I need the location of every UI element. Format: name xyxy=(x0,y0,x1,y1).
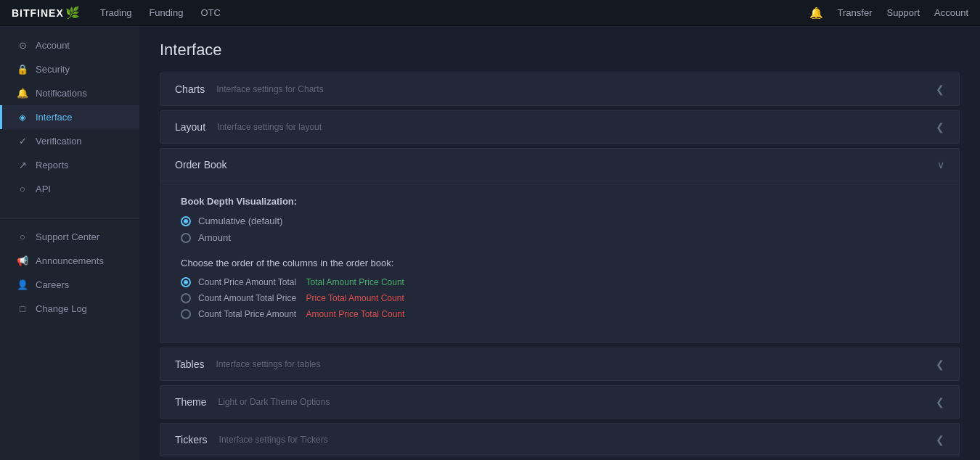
accordion-charts-title: Charts xyxy=(175,83,205,95)
nav-otc[interactable]: OTC xyxy=(200,6,220,20)
accordion-theme-left: Theme Light or Dark Theme Options xyxy=(175,396,330,408)
careers-icon: 👤 xyxy=(17,279,28,290)
logo-text: BITFINEX xyxy=(12,7,64,19)
content-area: Interface Charts Interface settings for … xyxy=(139,26,980,460)
accordion-tickers: Tickers Interface settings for Tickers ❮ xyxy=(160,423,960,456)
accordion-layout-title: Layout xyxy=(175,121,205,133)
sidebar-item-account[interactable]: ⊙ Account xyxy=(0,33,139,57)
accordion-order-book-left: Order Book xyxy=(175,159,227,171)
nav-transfer[interactable]: Transfer xyxy=(838,7,873,18)
sidebar-item-announcements[interactable]: 📢 Announcements xyxy=(0,249,139,273)
accordion-theme-header[interactable]: Theme Light or Dark Theme Options ❮ xyxy=(160,386,959,418)
sidebar-divider xyxy=(0,218,139,219)
interface-icon: ◈ xyxy=(17,112,28,123)
accordion-charts: Charts Interface settings for Charts ❮ xyxy=(160,73,960,106)
sidebar: ⊙ Account 🔒 Security 🔔 Notifications ◈ I… xyxy=(0,26,139,460)
column-opt3-red: Amount Price Total Count xyxy=(306,309,405,319)
sidebar-item-support-center[interactable]: ○ Support Center xyxy=(0,225,139,249)
sidebar-item-careers-label: Careers xyxy=(36,279,69,290)
radio-cumulative-circle xyxy=(181,216,191,226)
depth-cumulative-label: Cumulative (default) xyxy=(198,215,282,226)
accordion-theme-subtitle: Light or Dark Theme Options xyxy=(219,397,330,407)
sidebar-item-support-center-label: Support Center xyxy=(36,231,99,242)
accordion-layout-chevron: ❮ xyxy=(936,121,944,133)
depth-option-cumulative[interactable]: Cumulative (default) xyxy=(181,215,939,226)
column-radio-1 xyxy=(181,277,191,287)
accordion-tables-left: Tables Interface settings for tables xyxy=(175,358,321,370)
column-radio-2 xyxy=(181,293,191,303)
depth-option-amount[interactable]: Amount xyxy=(181,232,939,243)
accordion-order-book-title: Order Book xyxy=(175,159,227,171)
sidebar-item-api[interactable]: ○ API xyxy=(0,177,139,201)
sidebar-item-careers[interactable]: 👤 Careers xyxy=(0,273,139,297)
depth-amount-label: Amount xyxy=(198,232,231,243)
topnav-right: 🔔 Transfer Support Account xyxy=(809,7,968,20)
bell-icon[interactable]: 🔔 xyxy=(809,7,823,20)
sidebar-item-security-label: Security xyxy=(36,64,70,75)
accordion-charts-chevron: ❮ xyxy=(936,83,944,95)
accordion-order-book-body: Book Depth Visualization: Cumulative (de… xyxy=(160,181,959,342)
accordion-layout-header[interactable]: Layout Interface settings for layout ❮ xyxy=(160,111,959,143)
accordion-order-book-chevron: ∨ xyxy=(937,159,944,171)
accordion-charts-header[interactable]: Charts Interface settings for Charts ❮ xyxy=(160,73,959,105)
nav-account[interactable]: Account xyxy=(934,7,968,18)
sidebar-item-reports-label: Reports xyxy=(36,160,69,171)
radio-amount-circle xyxy=(181,233,191,243)
accordion-theme: Theme Light or Dark Theme Options ❮ xyxy=(160,385,960,419)
accordion-tables: Tables Interface settings for tables ❮ xyxy=(160,348,960,381)
topnav: BITFINEX 🌿 Trading Funding OTC 🔔 Transfe… xyxy=(0,0,980,26)
accordion-charts-subtitle: Interface settings for Charts xyxy=(216,84,323,94)
accordion-tables-header[interactable]: Tables Interface settings for tables ❮ xyxy=(160,348,959,380)
announcements-icon: 📢 xyxy=(17,255,28,266)
sidebar-item-change-log[interactable]: □ Change Log xyxy=(0,297,139,321)
column-option-2[interactable]: Count Amount Total Price Price Total Amo… xyxy=(181,293,939,303)
reports-icon: ↗ xyxy=(17,160,28,171)
accordion-theme-title: Theme xyxy=(175,396,207,408)
sidebar-item-verification[interactable]: ✓ Verification xyxy=(0,129,139,153)
sidebar-item-reports[interactable]: ↗ Reports xyxy=(0,153,139,177)
accordion-tickers-subtitle: Interface settings for Tickers xyxy=(219,435,328,445)
api-icon: ○ xyxy=(17,184,28,194)
sidebar-item-account-label: Account xyxy=(36,40,70,51)
column-order-label: Choose the order of the columns in the o… xyxy=(181,258,939,268)
column-opt1-green: Total Amount Price Count xyxy=(306,277,404,287)
account-icon: ⊙ xyxy=(17,40,28,51)
accordion-layout-subtitle: Interface settings for layout xyxy=(217,122,322,132)
accordion-tickers-header[interactable]: Tickers Interface settings for Tickers ❮ xyxy=(160,424,959,456)
column-option-3[interactable]: Count Total Price Amount Amount Price To… xyxy=(181,309,939,319)
sidebar-support-section: ○ Support Center 📢 Announcements 👤 Caree… xyxy=(0,225,139,321)
accordion-tickers-title: Tickers xyxy=(175,434,208,445)
accordion-tables-subtitle: Interface settings for tables xyxy=(216,359,320,369)
sidebar-item-announcements-label: Announcements xyxy=(36,255,104,266)
accordion-tickers-chevron: ❮ xyxy=(936,434,944,445)
depth-radio-group: Cumulative (default) Amount xyxy=(181,215,939,243)
accordion-order-book-header[interactable]: Order Book ∨ xyxy=(160,149,959,181)
sidebar-item-change-log-label: Change Log xyxy=(36,303,87,314)
sidebar-main-section: ⊙ Account 🔒 Security 🔔 Notifications ◈ I… xyxy=(0,33,139,201)
sidebar-item-api-label: API xyxy=(36,184,51,194)
nav-funding[interactable]: Funding xyxy=(149,6,183,20)
accordion-layout: Layout Interface settings for layout ❮ xyxy=(160,110,960,144)
column-opt2-white: Count Amount Total Price xyxy=(198,293,299,303)
lock-icon: 🔒 xyxy=(17,64,28,75)
main-layout: ⊙ Account 🔒 Security 🔔 Notifications ◈ I… xyxy=(0,26,980,460)
column-opt3-white: Count Total Price Amount xyxy=(198,309,299,319)
verification-icon: ✓ xyxy=(17,136,28,147)
column-opt1-white: Count Price Amount Total xyxy=(198,277,299,287)
accordion-tickers-left: Tickers Interface settings for Tickers xyxy=(175,434,328,445)
column-option-1[interactable]: Count Price Amount Total Total Amount Pr… xyxy=(181,277,939,287)
sidebar-item-security[interactable]: 🔒 Security xyxy=(0,57,139,81)
nav-trading[interactable]: Trading xyxy=(100,6,132,20)
support-center-icon: ○ xyxy=(17,231,28,242)
accordion-tables-title: Tables xyxy=(175,358,204,370)
change-log-icon: □ xyxy=(17,303,28,314)
nav-support[interactable]: Support xyxy=(886,7,920,18)
column-radio-3 xyxy=(181,309,191,319)
sidebar-item-notifications[interactable]: 🔔 Notifications xyxy=(0,81,139,105)
page-title: Interface xyxy=(160,41,960,59)
logo[interactable]: BITFINEX 🌿 xyxy=(12,6,80,20)
sidebar-item-interface[interactable]: ◈ Interface xyxy=(0,105,139,129)
topnav-links: Trading Funding OTC xyxy=(100,6,809,20)
sidebar-item-notifications-label: Notifications xyxy=(36,88,87,99)
accordion-layout-left: Layout Interface settings for layout xyxy=(175,121,322,133)
